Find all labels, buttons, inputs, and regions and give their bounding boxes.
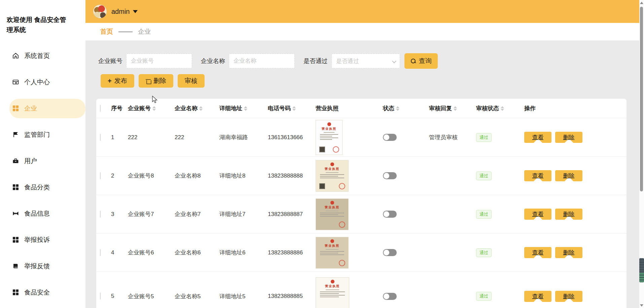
- sidebar-item-regulators[interactable]: 监管部门: [0, 122, 85, 148]
- sort-icon[interactable]: [454, 106, 457, 111]
- business-license-image[interactable]: 营业执照: [316, 198, 349, 230]
- sidebar-item-enterprise[interactable]: 企业: [9, 99, 85, 118]
- row-delete-button[interactable]: 删除: [555, 209, 582, 220]
- username[interactable]: admin: [111, 8, 130, 16]
- view-button[interactable]: 查看: [524, 247, 551, 258]
- plus-icon: +: [108, 78, 112, 84]
- red-seal: [339, 221, 345, 228]
- sidebar-item-food-category[interactable]: 食品分类: [0, 174, 85, 201]
- status-toggle[interactable]: [383, 211, 397, 218]
- select-all-checkbox[interactable]: [100, 105, 101, 112]
- sort-icon[interactable]: [152, 106, 156, 111]
- view-button[interactable]: 查看: [524, 132, 551, 143]
- status-badge: 通过: [476, 210, 492, 219]
- cell-account: 企业账号6: [128, 249, 175, 256]
- status-badge: 通过: [476, 248, 492, 257]
- status-toggle[interactable]: [383, 172, 397, 179]
- sidebar-item-label: 食品分类: [24, 183, 50, 192]
- sidebar-item-food-safety[interactable]: 食品安全: [0, 279, 85, 306]
- column-header-phone: 电话号码: [268, 104, 291, 112]
- row-checkbox[interactable]: [100, 249, 101, 256]
- book-icon: [12, 263, 19, 269]
- sidebar-item-users[interactable]: 用户: [0, 148, 85, 174]
- scroll-up-arrow-icon[interactable]: [640, 2, 643, 4]
- publish-button-label: 发布: [114, 76, 127, 85]
- cell-account: 企业账号7: [128, 210, 175, 218]
- status-toggle[interactable]: [383, 134, 397, 141]
- sidebar-item-food-info[interactable]: 食品信息: [0, 201, 85, 227]
- sidebar-item-system-home[interactable]: 系统首页: [0, 43, 85, 69]
- grid-icon: [12, 237, 19, 243]
- column-header-actions: 操作: [524, 104, 536, 112]
- status-toggle[interactable]: [383, 293, 397, 300]
- topbar: admin: [85, 0, 640, 23]
- pass-filter-select[interactable]: 是否通过: [331, 54, 400, 68]
- scrollbar-minimap[interactable]: [639, 258, 644, 282]
- table-row: 2 企业账号8 企业名称8 详细地址8 13823888888 营业执照 通过: [96, 156, 627, 195]
- trash-icon: [146, 78, 151, 84]
- account-filter-input[interactable]: [126, 54, 192, 68]
- publish-button[interactable]: + 发布: [101, 74, 134, 88]
- audit-button[interactable]: 审核: [178, 74, 205, 88]
- breadcrumb-home[interactable]: 首页: [100, 27, 113, 36]
- status-badge: 通过: [476, 292, 492, 301]
- column-header-index: 序号: [111, 104, 122, 112]
- status-toggle[interactable]: [383, 249, 397, 256]
- sort-icon[interactable]: [199, 106, 203, 111]
- search-button-label: 查询: [419, 57, 432, 65]
- row-delete-button[interactable]: 删除: [555, 247, 582, 258]
- avatar[interactable]: [93, 4, 107, 19]
- sidebar-item-label: 个人中心: [24, 78, 50, 87]
- sidebar-item-label: 系统首页: [24, 52, 50, 60]
- row-checkbox[interactable]: [100, 134, 101, 141]
- delete-button-label: 删除: [153, 76, 166, 85]
- app-window: 欢迎使用 食品安全管理系统 系统首页 个人中心 企业: [0, 0, 644, 308]
- breadcrumb-current: 企业: [138, 27, 151, 36]
- cell-name: 企业名称6: [175, 249, 219, 256]
- sort-icon[interactable]: [396, 106, 399, 111]
- column-header-status: 状态: [383, 104, 394, 112]
- pass-filter-placeholder: 是否通过: [336, 57, 359, 65]
- name-filter-label: 企业名称: [201, 57, 225, 65]
- cell-account: 企业账号8: [128, 172, 175, 180]
- view-button[interactable]: 查看: [524, 209, 551, 220]
- cell-address: 详细地址8: [219, 172, 268, 180]
- cell-review-reply: 管理员审核: [429, 133, 476, 141]
- row-checkbox[interactable]: [100, 292, 101, 300]
- delete-button[interactable]: 删除: [139, 74, 173, 88]
- cell-address: 湖南幸福路: [219, 133, 268, 141]
- search-button[interactable]: 查询: [404, 53, 438, 69]
- audit-button-label: 审核: [185, 76, 198, 85]
- sidebar-item-report-complaint[interactable]: 举报投诉: [0, 227, 85, 253]
- row-checkbox[interactable]: [100, 211, 101, 218]
- view-button[interactable]: 查看: [524, 170, 551, 181]
- sort-icon[interactable]: [292, 106, 296, 111]
- sort-icon[interactable]: [501, 106, 504, 111]
- business-license-image[interactable]: 营业执照: [316, 237, 349, 269]
- sidebar-menu: 系统首页 个人中心 企业 监管部门: [0, 43, 85, 306]
- name-filter-input[interactable]: [229, 54, 295, 68]
- business-license-image[interactable]: 营业执照: [316, 160, 349, 192]
- cell-index: 1: [111, 134, 128, 141]
- row-checkbox[interactable]: [100, 172, 101, 179]
- row-delete-button[interactable]: 删除: [555, 291, 582, 302]
- table-row: 4 企业账号6 企业名称6 详细地址6 13823888886 营业执照 通过: [96, 233, 627, 272]
- scrollbar-thumb[interactable]: [640, 7, 643, 191]
- sidebar-item-label: 食品信息: [24, 209, 50, 218]
- scroll-down-arrow-icon[interactable]: [640, 304, 643, 307]
- grid-icon: [12, 289, 19, 296]
- sidebar-item-label: 用户: [24, 157, 37, 165]
- row-delete-button[interactable]: 删除: [555, 132, 582, 143]
- cell-account: 企业账号5: [128, 292, 175, 300]
- chevron-down-icon[interactable]: [133, 10, 138, 13]
- business-license-image[interactable]: 营业执照: [316, 277, 349, 308]
- view-button[interactable]: 查看: [524, 291, 551, 302]
- status-badge: 通过: [476, 133, 492, 142]
- business-license-image[interactable]: 营业执照: [316, 120, 343, 155]
- cell-phone: 13613613666: [268, 134, 316, 141]
- sidebar-item-personal-center[interactable]: 个人中心: [0, 69, 85, 95]
- row-delete-button[interactable]: 删除: [555, 170, 582, 181]
- sort-icon[interactable]: [244, 106, 247, 111]
- sidebar-item-report-feedback[interactable]: 举报反馈: [0, 253, 85, 279]
- license-title: 营业执照: [316, 127, 342, 131]
